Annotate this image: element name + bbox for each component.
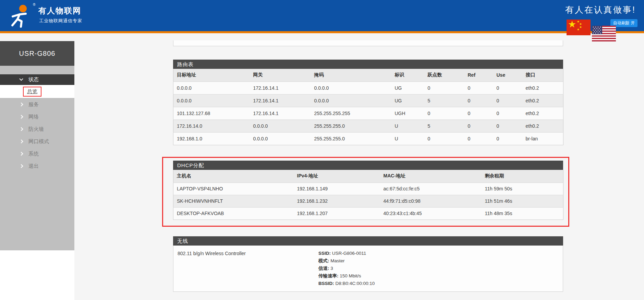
sidebar-item-overview[interactable]: 总览 <box>0 85 74 98</box>
sidebar-item-logout[interactable]: 退出 <box>0 160 74 172</box>
wireless-detail-label: 模式: <box>318 258 330 263</box>
table-cell: 11h 51m 46s <box>482 195 563 207</box>
wireless-detail-value: 150 Mbit/s <box>340 273 361 278</box>
table-cell: 255.255.255.0 <box>311 132 391 145</box>
table-row: 0.0.0.0172.16.14.10.0.0.0UG000eth0.2 <box>173 82 563 94</box>
column-header: 网关 <box>250 69 311 82</box>
sidebar-item-system[interactable]: 系统 <box>0 148 74 160</box>
sidebar-item-label: 网络 <box>28 114 39 120</box>
table-cell: 0 <box>464 107 493 120</box>
sidebar-item-label: 防火墙 <box>28 126 44 133</box>
chevron-down-icon <box>19 77 23 80</box>
overview-link[interactable]: 总览 <box>27 88 37 94</box>
wireless-detail-value: Master <box>330 258 344 263</box>
table-row: 192.168.1.00.0.0.0255.255.255.0U000br-la… <box>173 132 563 145</box>
table-cell: 172.16.14.0 <box>173 120 250 132</box>
table-cell: 192.168.1.207 <box>294 207 380 220</box>
table-cell: eth0.2 <box>522 94 563 107</box>
table-cell: ac:67:5d:cc:fe:c5 <box>380 183 482 195</box>
routing-table-title: 路由表 <box>173 60 563 69</box>
table-cell: 0.0.0.0 <box>173 94 250 107</box>
table-cell: 172.16.14.1 <box>250 107 311 120</box>
table-cell: 0 <box>464 132 493 145</box>
dhcp-section: DHCP分配 主机名IPv4-地址MAC-地址剩余租期 LAPTOP-VSP4L… <box>173 161 563 220</box>
wireless-detail-label: 信道: <box>318 266 330 271</box>
table-cell: LAPTOP-VSP4LNHO <box>173 183 294 195</box>
sidebar-item-network[interactable]: 网络 <box>0 111 74 123</box>
sidebar-menu: 服务 网络 防火墙 网口模式 系统 退出 <box>0 98 74 172</box>
wireless-detail-row: 模式: Master <box>318 257 375 265</box>
wireless-controller-label: 802.11 b/g/n Wireless Controller <box>178 251 246 256</box>
table-cell: eth0.2 <box>522 107 563 120</box>
flag-china-icon[interactable]: ★ ★ ★ ★ ★ <box>567 20 591 35</box>
table-cell: 0 <box>424 107 464 120</box>
device-name: USR-G806 <box>0 41 74 66</box>
wireless-detail-label: SSID: <box>318 251 332 256</box>
column-header: 主机名 <box>173 170 294 183</box>
column-header: 标识 <box>391 69 424 82</box>
column-header: 跃点数 <box>424 69 464 82</box>
column-header: 目标地址 <box>173 69 250 82</box>
table-row: LAPTOP-VSP4LNHO192.168.1.149ac:67:5d:cc:… <box>173 183 563 195</box>
dhcp-table-title: DHCP分配 <box>173 161 563 170</box>
table-row: 101.132.127.68172.16.14.1255.255.255.255… <box>173 107 563 120</box>
table-cell: br-lan <box>522 132 563 145</box>
column-header: Use <box>493 69 522 82</box>
wireless-detail-value: USR-G806-0011 <box>332 251 366 256</box>
routing-table: 目标地址网关掩码标识跃点数RefUse接口 0.0.0.0172.16.14.1… <box>173 69 563 145</box>
wireless-detail-row: BSSID: D8:B0:4C:00:00:10 <box>318 280 375 287</box>
table-cell: 0 <box>424 132 464 145</box>
table-cell: 172.16.14.1 <box>250 94 311 107</box>
registered-mark: ® <box>33 3 35 7</box>
wireless-detail-value: D8:B0:4C:00:00:10 <box>336 281 375 286</box>
sidebar-item-firewall[interactable]: 防火墙 <box>0 123 74 135</box>
wireless-detail-label: BSSID: <box>318 281 336 286</box>
table-row: 172.16.14.00.0.0.0255.255.255.0U500eth0.… <box>173 120 563 132</box>
table-cell: eth0.2 <box>522 120 563 132</box>
column-header: Ref <box>464 69 493 82</box>
table-cell: DESKTOP-AFKVOAB <box>173 207 294 220</box>
table-cell: U <box>391 132 424 145</box>
table-cell: 40:23:43:c1:4b:45 <box>380 207 482 220</box>
table-row: DESKTOP-AFKVOAB192.168.1.20740:23:43:c1:… <box>173 207 563 220</box>
column-header: 接口 <box>522 69 563 82</box>
top-header: ® 有人物联网 工业物联网通信专家 有人在认真做事! 自动刷新 开 <box>0 0 644 33</box>
chevron-right-icon <box>19 164 23 168</box>
table-cell: UG <box>391 82 424 94</box>
table-cell: 5 <box>424 94 464 107</box>
table-cell: 255.255.255.255 <box>311 107 391 120</box>
table-cell: eth0.2 <box>522 82 563 94</box>
chevron-right-icon <box>19 102 23 106</box>
table-cell: 0 <box>493 107 522 120</box>
wireless-detail-row: 信道: 3 <box>318 265 375 272</box>
table-cell: 0 <box>493 120 522 132</box>
wireless-body: 802.11 b/g/n Wireless Controller SSID: U… <box>173 246 563 292</box>
table-cell: 0.0.0.0 <box>311 94 391 107</box>
table-cell: 0 <box>464 120 493 132</box>
column-header: 剩余租期 <box>482 170 563 183</box>
table-header-row: 目标地址网关掩码标识跃点数RefUse接口 <box>173 69 563 82</box>
wireless-detail-row: 传输速率: 150 Mbit/s <box>318 272 375 280</box>
brand-logo-icon <box>9 4 31 29</box>
sidebar-item-label: 状态 <box>28 76 39 83</box>
sidebar-item-port-mode[interactable]: 网口模式 <box>0 135 74 148</box>
wireless-details: SSID: USR-G806-0011模式: Master信道: 3传输速率: … <box>318 250 375 287</box>
table-cell: 0 <box>493 82 522 94</box>
sidebar-bottom-fill <box>0 250 74 300</box>
table-cell: 192.168.1.0 <box>173 132 250 145</box>
table-cell: 44:f9:71:d5:c0:98 <box>380 195 482 207</box>
slogan-text: 有人在认真做事! <box>565 4 636 15</box>
table-cell: 192.168.1.232 <box>294 195 380 207</box>
sidebar-item-services[interactable]: 服务 <box>0 98 74 111</box>
wireless-detail-value: 3 <box>330 266 333 271</box>
sidebar-item-label: 网口模式 <box>28 138 49 145</box>
flag-usa-icon[interactable] <box>592 26 616 41</box>
table-cell: 0.0.0.0 <box>250 120 311 132</box>
table-header-row: 主机名IPv4-地址MAC-地址剩余租期 <box>173 170 563 183</box>
sidebar-item-status[interactable]: 状态 <box>0 74 74 85</box>
table-cell: 0 <box>424 82 464 94</box>
table-cell: U <box>391 120 424 132</box>
table-cell: 11h 48m 35s <box>482 207 563 220</box>
routing-table-section: 路由表 目标地址网关掩码标识跃点数RefUse接口 0.0.0.0172.16.… <box>173 60 563 145</box>
table-row: SK-HCHIWVNHNFLT192.168.1.23244:f9:71:d5:… <box>173 195 563 207</box>
